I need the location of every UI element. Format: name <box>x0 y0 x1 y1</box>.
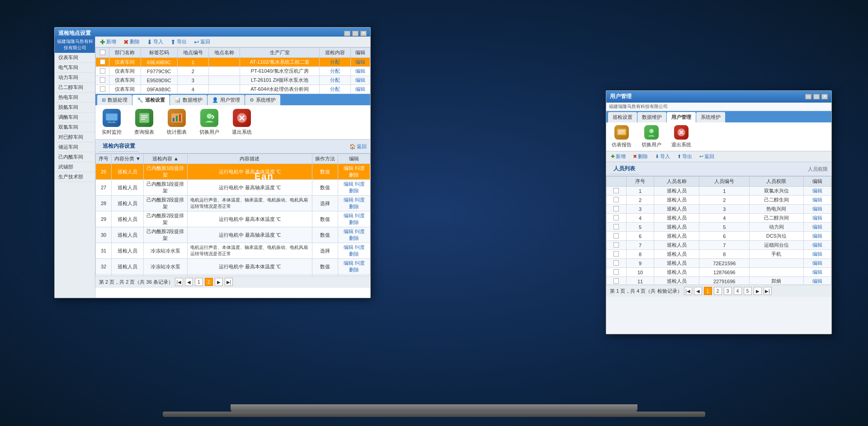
s-row-chk-7[interactable] <box>613 242 619 248</box>
adjust-29[interactable]: 纠度 <box>355 213 365 218</box>
distribute-link-3[interactable]: 分配 <box>330 77 340 83</box>
next-page-btn[interactable]: ▶ <box>215 278 223 286</box>
delete-26[interactable]: 删除 <box>349 172 359 178</box>
edit-28[interactable]: 编辑 <box>344 197 354 202</box>
edit-link-4[interactable]: 编辑 <box>355 86 365 92</box>
inspection-row-26[interactable]: 26 巡检人员 己内酰胺1段提排架 运行电机中 最高本体温度 ℃ 数值 编辑 纠… <box>96 164 370 180</box>
table-row[interactable]: 仪表车间 09FA9B9C 4 AT-604#水处理仿表分析间 分配 编辑 <box>96 85 370 94</box>
delete-29[interactable]: 删除 <box>349 220 359 225</box>
s-last-btn[interactable]: ▶| <box>764 287 772 295</box>
page-2-btn[interactable]: 2 <box>205 278 213 286</box>
distribute-link-1[interactable]: 分配 <box>330 59 340 65</box>
import-button[interactable]: ⬇ 导入 <box>145 38 165 46</box>
menu-exit[interactable]: 退出系统 <box>229 109 255 136</box>
maximize-button[interactable]: □ <box>352 31 359 36</box>
s-row-chk-10[interactable] <box>613 269 619 275</box>
sidebar-item-0[interactable]: 仪表车间 <box>55 53 95 63</box>
s-edit-8[interactable]: 编辑 <box>812 251 822 257</box>
distribute-link-4[interactable]: 分配 <box>330 86 340 92</box>
edit-link-2[interactable]: 编辑 <box>355 68 365 74</box>
page-1-btn[interactable]: 1 <box>195 278 203 286</box>
menu-report[interactable]: 查询报表 <box>132 109 157 136</box>
sidebar-item-8[interactable]: 对已醇车间 <box>55 132 95 142</box>
adjust-28[interactable]: 纠度 <box>355 197 365 202</box>
delete-30[interactable]: 删除 <box>349 235 359 241</box>
s-add-button[interactable]: ✚ 新增 <box>609 153 627 160</box>
s-menu-switch[interactable]: 切换用户 <box>639 125 664 148</box>
adjust-32[interactable]: 纠度 <box>355 260 365 266</box>
s-close-button[interactable]: ✕ <box>821 94 828 99</box>
s-edit-6[interactable]: 编辑 <box>812 233 822 239</box>
s-delete-button[interactable]: ✖ 删除 <box>631 153 650 160</box>
table-row[interactable]: 仪表车间 E9509D9C 3 LT-26101 Z#循环水泵水池 分配 编辑 <box>96 76 370 85</box>
s-edit-7[interactable]: 编辑 <box>812 242 822 248</box>
s-edit-4[interactable]: 编辑 <box>812 215 822 220</box>
s-import-button[interactable]: ⬇ 导入 <box>653 153 672 160</box>
table-row[interactable]: 仪表车间 F9779C9C 2 PT-61040/氢水空压机广房 分配 编辑 <box>96 67 370 76</box>
tab-data-maintenance[interactable]: 📊 数据维护 <box>170 95 207 105</box>
s-user-row-5[interactable]: 5 巡检人员 5 动力间 编辑 <box>607 223 831 232</box>
inspection-row-31[interactable]: 31 巡检人员 冷冻站冷水泵 电机运行声音、本体温度、轴承温度、电机振动、电机风… <box>96 243 370 259</box>
add-button[interactable]: ✚ 新增 <box>98 38 118 46</box>
s-user-row-3[interactable]: 3 巡检人员 3 热电兴间 编辑 <box>607 205 831 214</box>
s-maximize-button[interactable]: □ <box>813 94 820 99</box>
s-tab-users[interactable]: 用户管理 <box>667 112 696 122</box>
inspection-row-27[interactable]: 27 巡检人员 己内酰胺1段提排架 运行电机中 最高轴承温度 ℃ 数值 编辑 纠… <box>96 180 370 196</box>
s-row-chk-11[interactable] <box>613 278 619 284</box>
s-edit-11[interactable]: 编辑 <box>812 278 822 284</box>
s-edit-9[interactable]: 编辑 <box>812 260 822 266</box>
sidebar-item-5[interactable]: 脱氨车间 <box>55 103 95 112</box>
menu-monitor[interactable]: 实时监控 <box>99 109 124 136</box>
row-checkbox[interactable] <box>100 77 105 83</box>
s-user-row-6[interactable]: 6 巡检人员 6 DCS兴位 编辑 <box>607 232 831 241</box>
s-row-chk-4[interactable] <box>613 215 619 220</box>
s-user-row-10[interactable]: 10 巡检人员 12876696 编辑 <box>607 268 831 277</box>
s-edit-3[interactable]: 编辑 <box>812 206 822 211</box>
prev-page-btn[interactable]: ◀ <box>185 278 193 286</box>
sidebar-item-3[interactable]: 己二醇车间 <box>55 83 95 93</box>
tab-system-maintenance[interactable]: ⚙ 系统维护 <box>245 95 280 105</box>
s-prev-btn[interactable]: ◀ <box>694 287 702 295</box>
sidebar-item-11[interactable]: 武锡部 <box>55 162 95 172</box>
s-first-btn[interactable]: |◀ <box>684 287 692 295</box>
s-user-row-9[interactable]: 9 巡检人员 72E21596 编辑 <box>607 259 831 268</box>
edit-26[interactable]: 编辑 <box>344 165 354 171</box>
last-page-btn[interactable]: ▶| <box>225 278 233 286</box>
s-edit-10[interactable]: 编辑 <box>812 269 822 275</box>
s-export-button[interactable]: ⬆ 导出 <box>675 153 694 160</box>
s-row-chk-2[interactable] <box>613 197 619 202</box>
inspection-row-33[interactable]: 33 巡检人员 冷冻站冷水泵 运行电机中 最高轴承温度 ℃ 数值 编辑 纠度 删… <box>96 275 370 276</box>
s-row-chk-6[interactable] <box>613 233 619 239</box>
edit-27[interactable]: 编辑 <box>344 181 354 187</box>
close-button[interactable]: ✕ <box>360 31 367 36</box>
s-user-row-7[interactable]: 7 巡检人员 7 运稳间台位 编辑 <box>607 241 831 250</box>
s-user-row-2[interactable]: 2 巡检人员 2 己二醇生间 编辑 <box>607 196 831 205</box>
s-user-row-8[interactable]: 8 巡检人员 8 手机 编辑 <box>607 250 831 259</box>
s-row-chk-9[interactable] <box>613 260 619 266</box>
row-checkbox[interactable] <box>100 86 105 92</box>
edit-link-3[interactable]: 编辑 <box>355 77 365 83</box>
inspection-row-32[interactable]: 32 巡检人员 冷冻站冷水泵 运行电机中 最高本体温度 ℃ 数值 编辑 纠度 删… <box>96 259 370 275</box>
distribute-link-2[interactable]: 分配 <box>330 68 340 74</box>
inspection-back-button[interactable]: 🏠 返回 <box>349 143 367 150</box>
delete-28[interactable]: 删除 <box>349 204 359 209</box>
select-all-checkbox[interactable] <box>100 50 105 55</box>
s-menu-report[interactable]: 仿表报告 <box>609 125 634 148</box>
sidebar-item-2[interactable]: 动力车间 <box>55 73 95 83</box>
s-back-button[interactable]: ↩ 返回 <box>698 153 716 160</box>
sidebar-item-10[interactable]: 己内酰车间 <box>55 152 95 162</box>
s-page-4[interactable]: 4 <box>734 287 742 295</box>
s-page-1[interactable]: 1 <box>704 287 712 295</box>
adjust-26[interactable]: 纠度 <box>355 165 365 171</box>
tab-user-management[interactable]: 👤 用户管理 <box>208 95 245 105</box>
adjust-30[interactable]: 纠度 <box>355 229 365 234</box>
minimize-button[interactable]: ─ <box>344 31 350 36</box>
sidebar-item-7[interactable]: 双氯车间 <box>55 122 95 132</box>
s-page-2[interactable]: 2 <box>714 287 722 295</box>
sidebar-item-4[interactable]: 热电车间 <box>55 93 95 103</box>
s-tab-maintenance[interactable]: 数据维护 <box>637 112 666 122</box>
delete-27[interactable]: 删除 <box>349 188 359 193</box>
s-tab-system[interactable]: 系统维护 <box>696 112 725 122</box>
s-tab-patrol[interactable]: 巡检设置 <box>608 112 637 122</box>
sidebar-item-12[interactable]: 生产技术部 <box>55 172 95 182</box>
